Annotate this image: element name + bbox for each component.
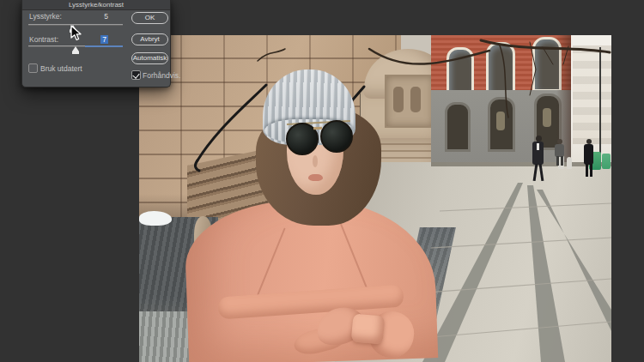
- street-bollard: [567, 157, 572, 169]
- contrast-label: Kontrast:: [29, 35, 58, 44]
- nose-shadow: [313, 155, 318, 167]
- contrast-track-highlight: [85, 45, 123, 47]
- brightness-label: Lysstyrke:: [29, 12, 62, 21]
- preview-checkbox[interactable]: [131, 70, 141, 80]
- recycling-bin: [602, 154, 611, 169]
- brightness-contrast-dialog: Lysstyrke/kontrast Lysstyrke: 5 Kontrast…: [21, 0, 171, 87]
- sunglasses-lens: [320, 120, 353, 153]
- auto-button[interactable]: Automatisk: [131, 52, 168, 64]
- dialog-title: Lysstyrke/kontrast: [69, 1, 124, 9]
- photo-canvas[interactable]: [139, 35, 611, 362]
- legacy-label: Bruk utdatert: [40, 64, 82, 73]
- snow-patch: [139, 211, 172, 226]
- smile: [308, 174, 323, 181]
- ok-button[interactable]: OK: [131, 12, 168, 24]
- dialog-titlebar[interactable]: Lysstyrke/kontrast: [22, 0, 170, 10]
- contrast-slider-thumb[interactable]: [72, 46, 79, 51]
- check-icon: [132, 71, 139, 79]
- sunglasses: [285, 118, 354, 154]
- pedestrian-standing: [582, 139, 595, 178]
- brightness-value-field[interactable]: 5: [81, 12, 108, 21]
- coat-bow-knot: [351, 313, 386, 344]
- selected-text: 7: [100, 35, 108, 44]
- contrast-value-field[interactable]: 7: [81, 35, 108, 44]
- pedestrian-backpack: [554, 139, 566, 166]
- pedestrian-walking: [531, 136, 546, 183]
- legacy-checkbox[interactable]: [28, 63, 38, 73]
- cancel-button[interactable]: Avbryt: [131, 33, 168, 45]
- preview-label: Forhåndvis.: [143, 71, 180, 80]
- cursor-pointer-icon: [70, 25, 82, 42]
